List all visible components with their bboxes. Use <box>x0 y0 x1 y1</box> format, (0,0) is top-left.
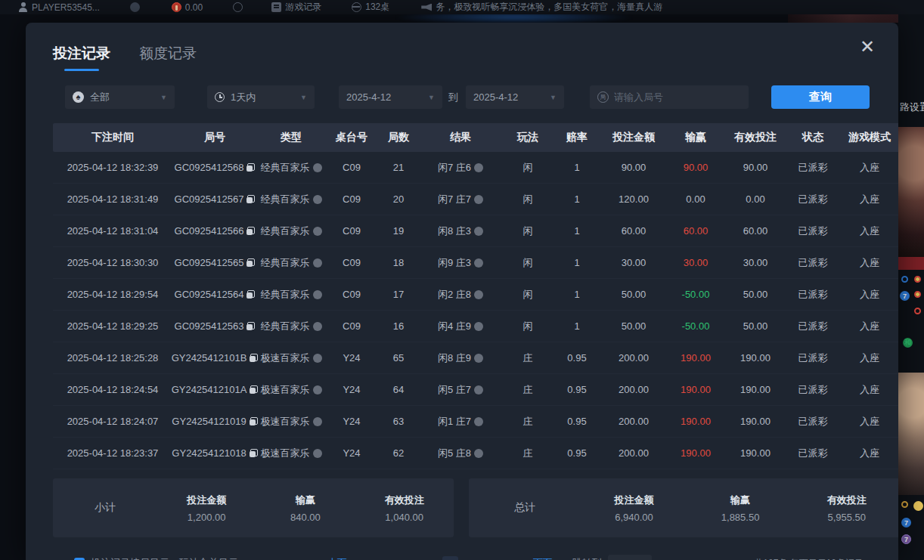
info-icon[interactable] <box>474 385 483 394</box>
cell-valid-bet: 0.00 <box>724 193 786 205</box>
cell-round-no: 18 <box>378 257 419 268</box>
page-number-9[interactable]: 9 <box>469 558 479 560</box>
column-header: 输赢 <box>667 131 724 144</box>
balance-value: 0.00 <box>185 2 203 13</box>
cell-bet-amount: 60.00 <box>600 225 667 237</box>
copy-icon[interactable] <box>250 385 258 394</box>
copy-icon[interactable] <box>250 449 258 457</box>
cell-bet-amount: 50.00 <box>600 289 667 300</box>
date-to-picker[interactable]: 2025-4-12 ▼ <box>466 85 564 109</box>
cell-game-type: 经典百家乐 <box>257 288 325 302</box>
page-number-6[interactable]: 6 <box>400 558 411 560</box>
game-type-text: 极速百家乐 <box>261 383 310 397</box>
cell-bet-time: 2025-04-12 18:31:49 <box>53 193 172 205</box>
round-search-input[interactable] <box>614 91 741 103</box>
time-range-select[interactable]: 1天内 ▼ <box>207 85 315 109</box>
query-button[interactable]: 查询 <box>771 85 870 109</box>
info-icon[interactable] <box>474 163 483 172</box>
copy-icon[interactable] <box>247 163 255 172</box>
video-icon[interactable] <box>313 290 322 299</box>
info-icon[interactable] <box>474 195 483 204</box>
info-icon[interactable] <box>474 354 483 363</box>
cell-play: 庄 <box>502 351 553 365</box>
close-icon[interactable]: ✕ <box>857 38 877 57</box>
tab-betting-records[interactable]: 投注记录 <box>53 44 110 71</box>
info-icon[interactable] <box>474 449 483 458</box>
game-id-text: GY24254121018 <box>172 447 246 459</box>
jump-label: 跳转到 <box>572 556 602 560</box>
video-icon[interactable] <box>313 258 322 268</box>
copy-icon[interactable] <box>247 258 255 267</box>
page-number-10[interactable]: 10 <box>490 558 501 560</box>
page-number-8[interactable]: 8 <box>442 556 458 560</box>
copy-icon[interactable] <box>250 417 258 425</box>
info-icon[interactable] <box>474 417 483 426</box>
service-button[interactable] <box>130 2 140 12</box>
page-number-11[interactable]: 11 <box>512 558 522 560</box>
cell-game-type: 经典百家乐 <box>257 224 325 238</box>
road-settings-label[interactable]: 路设置 <box>900 101 924 114</box>
video-icon[interactable] <box>313 385 322 394</box>
info-icon[interactable] <box>474 290 483 299</box>
info-icon[interactable] <box>474 227 483 236</box>
cell-play: 闲 <box>502 224 553 238</box>
video-icon[interactable] <box>313 417 322 426</box>
road-dot-yellow <box>913 501 923 511</box>
video-icon[interactable] <box>313 227 322 236</box>
cell-game-type: 极速百家乐 <box>257 351 325 365</box>
dealer-video-thumbnail-1[interactable] <box>898 127 924 257</box>
cell-odds: 0.95 <box>553 384 600 395</box>
cell-bet-time: 2025-04-12 18:31:04 <box>53 225 172 237</box>
date-from-picker[interactable]: 2025-4-12 ▼ <box>339 85 442 109</box>
copy-icon[interactable] <box>247 195 255 203</box>
display-mode-label: 投注记录按局显示，玩法合并显示 <box>91 556 238 560</box>
refresh-button[interactable] <box>233 2 243 12</box>
jump-page-input[interactable] <box>608 555 652 560</box>
info-icon[interactable] <box>474 258 483 268</box>
dealer-video-thumbnail-2[interactable] <box>898 373 924 495</box>
cell-game-type: 经典百家乐 <box>257 193 325 206</box>
date-to-value: 2025-4-12 <box>473 91 518 103</box>
time-range-value: 1天内 <box>231 91 256 104</box>
cell-status: 已派彩 <box>786 320 839 333</box>
video-icon[interactable] <box>313 354 322 363</box>
copy-icon[interactable] <box>247 227 255 235</box>
cell-winloss: 190.00 <box>667 384 724 395</box>
cell-game-type: 极速百家乐 <box>257 383 325 397</box>
tab-quota-records[interactable]: 额度记录 <box>139 44 197 71</box>
game-type-text: 经典百家乐 <box>261 224 310 238</box>
game-records-button[interactable]: 游戏记录 <box>271 1 321 14</box>
game-type-select[interactable]: ♠ 全部 ▼ <box>65 85 175 109</box>
cell-round-no: 62 <box>378 447 419 459</box>
copy-icon[interactable] <box>247 290 255 299</box>
info-icon[interactable] <box>474 322 483 331</box>
game-id-text: GY2425412101A <box>172 384 247 395</box>
cell-result: 闲7 庄7 <box>419 193 502 206</box>
result-text: 闲8 庄9 <box>438 351 471 365</box>
records-count-text: 共107条 每页显示10条记录 <box>754 557 864 560</box>
column-header: 局号 <box>172 131 257 144</box>
video-icon[interactable] <box>313 195 322 204</box>
video-icon[interactable] <box>313 322 322 331</box>
cell-round-no: 64 <box>378 384 419 395</box>
cell-play: 庄 <box>502 415 553 429</box>
next-page-button[interactable]: 下页 <box>533 556 553 560</box>
game-id-text: GY24254121019 <box>172 416 246 427</box>
cell-result: 闲5 庄7 <box>419 383 502 397</box>
video-icon[interactable] <box>313 449 322 458</box>
prev-page-button[interactable]: 上页 <box>327 556 347 560</box>
page-number-7[interactable]: 7 <box>421 558 432 560</box>
tables-count[interactable]: 132桌 <box>352 1 389 14</box>
cell-play: 闲 <box>502 320 553 333</box>
cell-valid-bet: 190.00 <box>724 352 786 364</box>
cell-bet-time: 2025-04-12 18:29:25 <box>53 320 172 332</box>
video-icon[interactable] <box>313 163 322 172</box>
player-account[interactable]: PLAYER53545... <box>18 2 100 13</box>
table-row: 2025-04-12 18:29:54GC0925412564经典百家乐C091… <box>53 279 898 311</box>
copy-icon[interactable] <box>250 354 258 362</box>
cell-table-no: Y24 <box>325 384 378 395</box>
game-type-text: 经典百家乐 <box>261 161 310 175</box>
copy-icon[interactable] <box>247 322 255 330</box>
spade-icon: ♠ <box>73 91 84 103</box>
page-number-1[interactable]: 1 <box>358 558 368 560</box>
